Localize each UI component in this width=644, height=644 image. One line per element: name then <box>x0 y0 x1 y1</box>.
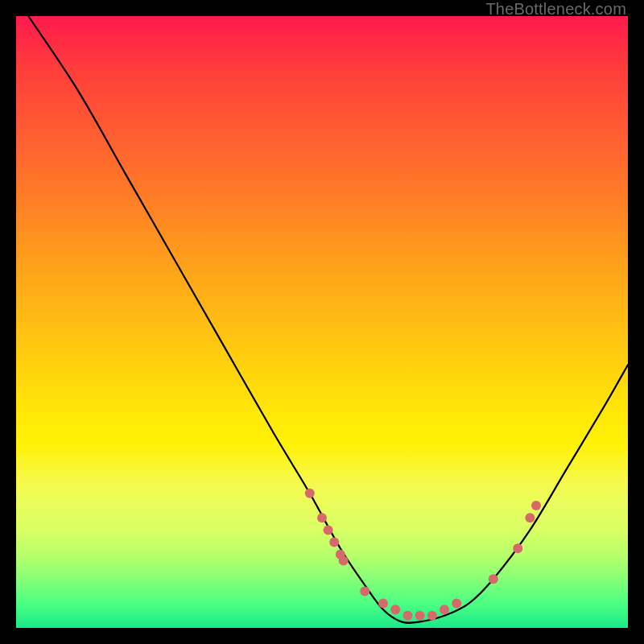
highlight-dot <box>513 543 522 553</box>
chart-frame: TheBottleneck.com <box>0 0 644 644</box>
highlight-dot <box>329 538 339 547</box>
highlight-dot <box>525 513 535 522</box>
plot-area <box>16 16 628 628</box>
highlight-dot <box>402 611 412 621</box>
highlight-dots-group <box>305 489 541 621</box>
highlight-dot <box>339 555 349 565</box>
highlight-dot <box>305 489 315 498</box>
highlight-dot <box>427 611 437 621</box>
highlight-dot <box>489 574 498 584</box>
highlight-dot <box>317 513 327 522</box>
highlight-dot <box>390 605 400 614</box>
highlight-dot <box>415 611 425 621</box>
chart-svg <box>16 16 628 628</box>
highlight-dot <box>440 605 449 614</box>
highlight-dot <box>360 586 369 596</box>
highlight-dot <box>378 599 388 609</box>
highlight-dot <box>531 501 541 510</box>
highlight-dot <box>452 599 461 609</box>
highlight-dot <box>324 525 333 535</box>
